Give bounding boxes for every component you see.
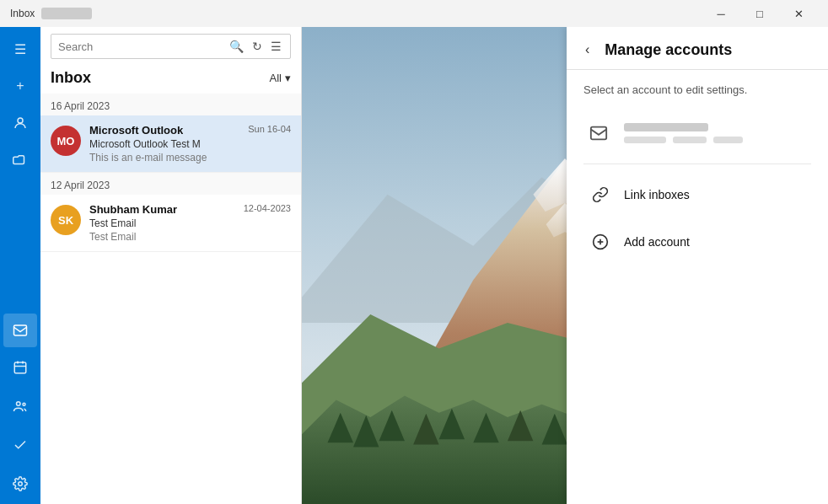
add-account-label: Add account bbox=[624, 235, 690, 249]
manage-title: Manage accounts bbox=[605, 41, 732, 59]
email-item-microsoft-outlook[interactable]: MO Microsoft Outlook Sun 16-04 Microsoft… bbox=[40, 115, 301, 173]
manage-panel-body: Select an account to edit settings. bbox=[567, 70, 828, 504]
mail-nav-icon[interactable] bbox=[3, 314, 37, 347]
menu-icon[interactable]: ☰ bbox=[3, 32, 37, 66]
search-icons: 🔍 ↻ ☰ bbox=[228, 38, 283, 55]
maximize-button[interactable]: □ bbox=[740, 0, 779, 27]
avatar: MO bbox=[51, 126, 81, 156]
add-icon[interactable]: + bbox=[3, 69, 37, 103]
link-inboxes-label: Link inboxes bbox=[624, 188, 690, 201]
account-name-placeholder bbox=[624, 123, 708, 131]
email-top: Microsoft Outlook Sun 16-04 bbox=[89, 124, 291, 137]
email-sender: Microsoft Outlook bbox=[89, 124, 183, 137]
content-area: ‹ Manage accounts Select an account to e… bbox=[302, 27, 828, 504]
svg-point-7 bbox=[23, 403, 25, 405]
add-account-icon bbox=[587, 228, 614, 255]
email-date: 12-04-2023 bbox=[244, 203, 291, 213]
refresh-button[interactable]: ↻ bbox=[250, 38, 264, 55]
email-list: 16 April 2023 MO Microsoft Outlook Sun 1… bbox=[40, 94, 301, 504]
app-body: ☰ + 🔍 ↻ bbox=[0, 27, 828, 504]
nav-sidebar: ☰ + bbox=[0, 27, 40, 504]
email-content: Shubham Kumar 12-04-2023 Test Email Test… bbox=[89, 203, 291, 243]
svg-point-8 bbox=[19, 482, 23, 486]
settings-nav-icon[interactable] bbox=[3, 467, 37, 501]
search-input[interactable] bbox=[58, 40, 228, 53]
email-preview: This is an e-mail message bbox=[89, 152, 291, 164]
manage-panel: ‹ Manage accounts Select an account to e… bbox=[567, 27, 828, 504]
svg-point-6 bbox=[17, 402, 21, 406]
mail-icon bbox=[583, 118, 614, 148]
folder-icon[interactable] bbox=[3, 143, 37, 177]
inbox-title: Inbox bbox=[51, 69, 91, 87]
email-subject: Test Email bbox=[89, 217, 291, 229]
email-item-shubham-kumar[interactable]: SK Shubham Kumar 12-04-2023 Test Email T… bbox=[40, 195, 301, 252]
chevron-down-icon: ▾ bbox=[285, 72, 291, 84]
email-content: Microsoft Outlook Sun 16-04 Microsoft Ou… bbox=[89, 124, 291, 164]
search-button[interactable]: 🔍 bbox=[228, 38, 245, 55]
title-bar-placeholder bbox=[41, 8, 92, 19]
todo-nav-icon[interactable] bbox=[3, 428, 37, 462]
svg-rect-31 bbox=[591, 127, 606, 140]
email-top: Shubham Kumar 12-04-2023 bbox=[89, 203, 291, 216]
link-icon bbox=[587, 181, 614, 208]
avatar: SK bbox=[51, 205, 81, 235]
app-title: Inbox bbox=[10, 8, 35, 19]
calendar-nav-icon[interactable] bbox=[3, 351, 37, 384]
manage-panel-header: ‹ Manage accounts bbox=[567, 27, 828, 70]
minimize-button[interactable]: ─ bbox=[702, 0, 740, 27]
link-inboxes-action[interactable]: Link inboxes bbox=[583, 171, 811, 218]
account-email-placeholder bbox=[624, 137, 666, 143]
manage-divider bbox=[583, 164, 811, 164]
email-panel-header: 🔍 ↻ ☰ Inbox All ▾ bbox=[40, 27, 301, 94]
manage-subtitle: Select an account to edit settings. bbox=[583, 83, 811, 96]
email-sender: Shubham Kumar bbox=[89, 203, 177, 216]
account-email-placeholder-2 bbox=[673, 137, 707, 143]
date-separator-1: 16 April 2023 bbox=[40, 94, 301, 115]
title-bar-controls: ─ □ ✕ bbox=[702, 0, 818, 27]
email-date: Sun 16-04 bbox=[248, 124, 291, 134]
svg-rect-1 bbox=[14, 325, 27, 335]
account-info bbox=[624, 123, 811, 143]
svg-rect-2 bbox=[14, 362, 26, 373]
email-preview: Test Email bbox=[89, 231, 291, 243]
email-subject: Microsoft Outlook Test M bbox=[89, 138, 291, 150]
date-separator-2: 12 April 2023 bbox=[40, 173, 301, 195]
email-panel: 🔍 ↻ ☰ Inbox All ▾ 16 April 2023 MO bbox=[40, 27, 302, 504]
contacts-nav-icon[interactable] bbox=[3, 389, 37, 423]
back-button[interactable]: ‹ bbox=[580, 40, 594, 59]
filter-all[interactable]: All ▾ bbox=[270, 72, 291, 84]
people-icon[interactable] bbox=[3, 106, 37, 140]
inbox-row: Inbox All ▾ bbox=[51, 66, 291, 94]
svg-point-0 bbox=[18, 118, 23, 123]
close-button[interactable]: ✕ bbox=[779, 0, 818, 27]
account-list-item[interactable] bbox=[583, 110, 811, 157]
account-email-placeholder-3 bbox=[713, 137, 743, 143]
add-account-action[interactable]: Add account bbox=[583, 218, 811, 265]
title-bar-left: Inbox bbox=[10, 8, 92, 19]
title-bar: Inbox ─ □ ✕ bbox=[0, 0, 828, 27]
search-bar: 🔍 ↻ ☰ bbox=[51, 34, 291, 59]
filter-button[interactable]: ☰ bbox=[269, 38, 283, 55]
